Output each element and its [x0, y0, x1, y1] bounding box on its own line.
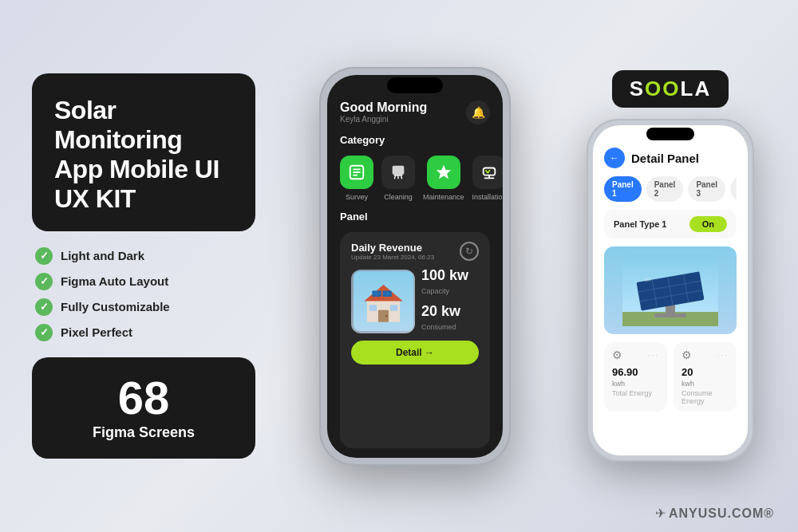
consume-energy-stat: ⚙ ··· 20 kwh Consume Energy	[674, 342, 737, 412]
panel-type-row: Panel Type 1 On	[604, 210, 737, 238]
check-icon-4	[35, 324, 53, 341]
panel-type-label: Panel Type 1	[614, 219, 666, 229]
check-icon-3	[35, 298, 53, 316]
bell-button[interactable]: 🔔	[466, 100, 490, 124]
screens-count: 68	[54, 375, 233, 421]
center-phone-screen: Good Morning Keyla Anggini 🔔 Category	[327, 75, 503, 458]
phone-header: Good Morning Keyla Anggini 🔔	[340, 100, 490, 124]
stat-box-top-1: ⚙ ···	[612, 349, 659, 361]
right-phone-inner: ← Detail Panel Panel 1 Panel 2 Panel 3 P…	[593, 125, 748, 455]
right-phone-notch	[638, 125, 702, 143]
svg-rect-5	[394, 174, 403, 175]
stat-box-top-2: ⚙ ···	[681, 349, 729, 361]
refresh-icon[interactable]: ↻	[460, 242, 479, 261]
cleaning-label: Cleaning	[384, 193, 413, 201]
svg-rect-12	[484, 177, 495, 179]
greeting-text: Good Morning Keyla Anggini	[340, 100, 427, 124]
maintenance-icon-box	[427, 156, 460, 189]
tab-panel-3[interactable]: Panel 3	[688, 176, 725, 202]
left-section: Solar Monitoring App Mobile UI UX KIT Li…	[32, 73, 255, 458]
on-status-badge: On	[689, 216, 727, 232]
panel-content: 100 kw Capacity 20 kw Consumed	[351, 267, 479, 336]
category-section-title: Category	[340, 134, 490, 146]
page-container: Solar Monitoring App Mobile UI UX KIT Li…	[0, 0, 798, 532]
consumed-value: 20 kw	[421, 303, 468, 320]
consume-energy-label: Consume Energy	[681, 389, 729, 405]
stats-row: ⚙ ··· 96.90 kwh Total Energy ⚙ ···	[604, 342, 737, 412]
panel-card-header: Daily Revenue Update 23 Maret 2024, 06:2…	[351, 242, 479, 261]
consume-energy-value: 20	[681, 366, 729, 378]
watermark: ✈ ANYUSU.COM®	[655, 506, 774, 521]
right-notch-pill	[646, 128, 694, 140]
features-list: Light and Dark Figma Auto Layout Fully C…	[32, 247, 255, 341]
capacity-label: Capacity	[421, 287, 468, 295]
svg-rect-26	[369, 305, 376, 311]
soola-logo-box: SOOLA	[612, 70, 729, 108]
good-morning-text: Good Morning	[340, 100, 427, 115]
feature-item-1: Light and Dark	[35, 247, 252, 265]
category-grid: Survey	[340, 156, 490, 201]
solar-panel-image	[604, 246, 737, 334]
svg-rect-31	[654, 313, 686, 317]
capacity-value: 100 kw	[421, 267, 468, 284]
svg-rect-4	[393, 165, 405, 174]
right-phone-screen: ← Detail Panel Panel 1 Panel 2 Panel 3 P…	[593, 125, 748, 455]
right-phone-frame: ← Detail Panel Panel 1 Panel 2 Panel 3 P…	[587, 119, 754, 462]
tab-panel-2[interactable]: Panel 2	[646, 176, 684, 202]
feature-item-3: Fully Customizable	[35, 298, 252, 316]
main-title: Solar Monitoring App Mobile UI UX KIT	[54, 96, 233, 213]
screens-label: Figma Screens	[54, 424, 233, 441]
total-energy-dots: ···	[648, 351, 659, 360]
consumed-label: Consumed	[421, 323, 468, 331]
consume-energy-icon: ⚙	[681, 349, 692, 361]
watermark-text: ANYUSU.COM®	[669, 506, 774, 521]
tab-panel-1[interactable]: Panel 1	[604, 176, 642, 202]
watermark-arrow: ✈	[655, 506, 666, 521]
installation-label: Installation	[472, 193, 503, 201]
total-energy-value: 96.90	[612, 366, 659, 378]
total-energy-label: Total Energy	[612, 389, 659, 397]
installation-icon-box	[472, 156, 503, 189]
title-box: Solar Monitoring App Mobile UI UX KIT	[32, 73, 255, 231]
check-icon-2	[35, 273, 53, 290]
category-cleaning[interactable]: Cleaning	[381, 156, 415, 201]
category-installation[interactable]: Installation	[472, 156, 503, 201]
update-date: Update 23 Maret 2024, 06:23	[351, 254, 434, 261]
check-icon-1	[35, 247, 53, 265]
feature-label-2: Figma Auto Layout	[61, 274, 168, 288]
feature-label-4: Pixel Perfect	[61, 325, 132, 339]
panel-stats: 100 kw Capacity 20 kw Consumed	[421, 267, 468, 336]
category-maintenance[interactable]: Maintenance	[423, 156, 464, 201]
notch-pill	[387, 77, 443, 93]
panel-tabs: Panel 1 Panel 2 Panel 3 Panel 4	[604, 176, 737, 202]
svg-marker-9	[437, 164, 451, 178]
back-button[interactable]: ←	[604, 148, 625, 168]
panel-section-title: Panel	[340, 211, 490, 223]
feature-item-2: Figma Auto Layout	[35, 273, 252, 290]
screens-box: 68 Figma Screens	[32, 357, 255, 459]
svg-line-8	[401, 175, 402, 179]
cleaning-icon-box	[381, 156, 415, 189]
svg-line-6	[394, 175, 395, 179]
right-phone-wrapper: SOOLA ← Detail Panel Panel 1	[575, 70, 766, 462]
detail-button[interactable]: Detail →	[351, 341, 479, 365]
user-name: Keyla Anggini	[340, 115, 427, 124]
feature-item-4: Pixel Perfect	[35, 324, 252, 341]
category-survey[interactable]: Survey	[340, 156, 373, 201]
svg-rect-27	[389, 305, 397, 311]
feature-label-3: Fully Customizable	[61, 300, 170, 313]
panel-card-info: Daily Revenue Update 23 Maret 2024, 06:2…	[351, 242, 434, 261]
consume-energy-dots: ···	[717, 351, 729, 360]
center-phone-wrapper: Good Morning Keyla Anggini 🔔 Category	[303, 67, 527, 466]
survey-label: Survey	[346, 193, 368, 201]
tab-panel-4[interactable]: Panel 4	[730, 176, 737, 202]
center-phone-inner: Good Morning Keyla Anggini 🔔 Category	[327, 75, 503, 458]
svg-line-14	[488, 170, 490, 173]
survey-icon-box	[340, 156, 373, 189]
total-energy-stat: ⚙ ··· 96.90 kwh Total Energy	[604, 342, 667, 412]
panel-card: Daily Revenue Update 23 Maret 2024, 06:2…	[340, 232, 490, 448]
detail-panel-title: Detail Panel	[631, 152, 699, 165]
svg-point-25	[385, 315, 387, 317]
house-illustration	[351, 270, 415, 333]
consume-energy-unit: kwh	[681, 380, 729, 388]
